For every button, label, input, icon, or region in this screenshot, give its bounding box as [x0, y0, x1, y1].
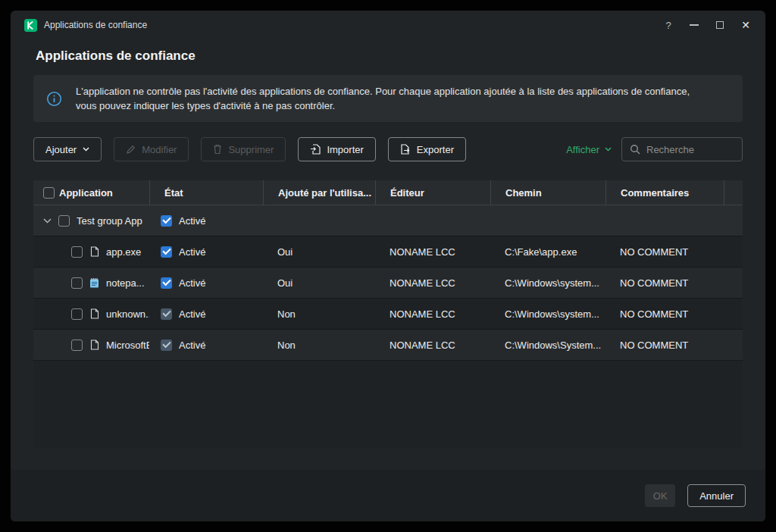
- state-checkbox[interactable]: [161, 246, 172, 258]
- comment-cell: NO COMMENT: [605, 340, 724, 351]
- added-by-user-cell: Oui: [263, 246, 375, 258]
- collapse-chevron-icon[interactable]: [43, 218, 52, 224]
- column-header-path[interactable]: Chemin: [490, 180, 605, 205]
- help-button[interactable]: ?: [656, 11, 681, 39]
- chevron-down-icon: [83, 147, 89, 152]
- trash-icon: [213, 144, 222, 155]
- select-all-checkbox[interactable]: [43, 187, 55, 199]
- group-row[interactable]: Test group App Activé: [33, 205, 743, 236]
- added-by-user-cell: Oui: [263, 277, 375, 289]
- add-button[interactable]: Ajouter: [33, 137, 102, 161]
- maximize-icon: [716, 21, 724, 29]
- import-button-label: Importer: [327, 144, 363, 155]
- path-cell: C:\Windows\system...: [490, 308, 605, 320]
- app-name: unknown....: [106, 308, 149, 320]
- window-controls: ? ✕: [656, 11, 759, 39]
- comment-cell: NO COMMENT: [605, 308, 724, 320]
- export-button[interactable]: Exporter: [388, 137, 466, 161]
- state-label: Activé: [179, 340, 205, 351]
- close-button[interactable]: ✕: [733, 11, 759, 39]
- row-select-checkbox[interactable]: [71, 308, 83, 320]
- publisher-cell: NONAME LCC: [375, 277, 490, 289]
- minimize-icon: [690, 24, 699, 26]
- ok-button[interactable]: OK: [645, 484, 675, 507]
- column-header-comments[interactable]: Commentaires: [605, 180, 724, 205]
- comment-cell: NO COMMENT: [605, 277, 724, 289]
- path-cell: C:\Windows\system...: [490, 277, 605, 289]
- table-header-row: Application État Ajouté par l'utilisa...…: [33, 180, 743, 205]
- state-checkbox[interactable]: [161, 308, 172, 320]
- publisher-cell: NONAME LCC: [375, 340, 490, 351]
- notepad-icon: [89, 277, 99, 288]
- group-select-checkbox[interactable]: [58, 215, 70, 227]
- table-row[interactable]: notepa... Activé Oui NONAME LCC C:\Windo…: [33, 268, 743, 299]
- info-banner: L'application ne contrôle pas l'activité…: [33, 75, 743, 122]
- state-label: Activé: [179, 246, 205, 258]
- column-header-spacer: [724, 180, 743, 205]
- delete-button[interactable]: Supprimer: [201, 137, 286, 161]
- info-icon: [46, 91, 62, 107]
- column-header-application[interactable]: Application: [55, 180, 149, 205]
- app-name: notepa...: [106, 277, 145, 289]
- show-filter-link[interactable]: Afficher: [566, 144, 612, 155]
- delete-button-label: Supprimer: [228, 144, 274, 155]
- table-row[interactable]: MicrosoftE... Activé Non NONAME LCC C:\W…: [33, 330, 743, 361]
- chevron-down-icon: [605, 147, 612, 152]
- edit-button[interactable]: Modifier: [114, 137, 189, 161]
- added-by-user-cell: Non: [263, 308, 375, 320]
- maximize-button[interactable]: [707, 11, 733, 39]
- publisher-cell: NONAME LCC: [375, 246, 490, 258]
- file-icon: [89, 246, 99, 257]
- pencil-icon: [126, 145, 136, 155]
- path-cell: C:\Windows\System...: [490, 340, 605, 351]
- column-header-state[interactable]: État: [149, 180, 263, 205]
- file-icon: [89, 340, 99, 350]
- row-select-checkbox[interactable]: [71, 340, 83, 351]
- show-filter-label: Afficher: [566, 144, 599, 155]
- column-header-publisher[interactable]: Éditeur: [375, 180, 490, 205]
- page-title: Applications de confiance: [36, 49, 765, 64]
- group-state-checkbox[interactable]: [161, 215, 172, 227]
- app-name: app.exe: [106, 246, 141, 258]
- export-button-label: Exporter: [417, 144, 454, 155]
- info-banner-text: L'application ne contrôle pas l'activité…: [76, 84, 706, 113]
- import-icon: [310, 144, 321, 155]
- path-cell: C:\Fake\app.exe: [490, 246, 605, 258]
- minimize-button[interactable]: [681, 11, 707, 39]
- search-input[interactable]: [646, 144, 734, 155]
- table-row[interactable]: app.exe Activé Oui NONAME LCC C:\Fake\ap…: [33, 236, 743, 268]
- export-icon: [400, 144, 411, 155]
- import-button[interactable]: Importer: [298, 137, 375, 161]
- add-button-label: Ajouter: [45, 144, 77, 155]
- dialog-footer: OK Annuler: [11, 470, 765, 521]
- state-checkbox[interactable]: [161, 277, 172, 289]
- row-select-checkbox[interactable]: [71, 277, 83, 289]
- row-select-checkbox[interactable]: [71, 246, 83, 258]
- group-state-label: Activé: [179, 215, 205, 227]
- group-name: Test group App: [77, 215, 142, 227]
- titlebar: Applications de confiance ? ✕: [11, 11, 765, 39]
- state-checkbox[interactable]: [161, 340, 172, 351]
- trusted-apps-table: Application État Ajouté par l'utilisa...…: [33, 180, 743, 449]
- kaspersky-logo-icon: [24, 19, 37, 32]
- column-header-added-by-user[interactable]: Ajouté par l'utilisa...: [263, 180, 375, 205]
- file-icon: [89, 308, 99, 319]
- state-label: Activé: [179, 308, 205, 320]
- added-by-user-cell: Non: [263, 340, 375, 351]
- comment-cell: NO COMMENT: [605, 246, 724, 258]
- cancel-button[interactable]: Annuler: [687, 484, 746, 507]
- search-box: [621, 137, 743, 161]
- table-row[interactable]: unknown.... Activé Non NONAME LCC C:\Win…: [33, 299, 743, 330]
- app-name: MicrosoftE...: [106, 340, 149, 351]
- publisher-cell: NONAME LCC: [375, 308, 490, 320]
- state-label: Activé: [179, 277, 205, 289]
- edit-button-label: Modifier: [142, 144, 177, 155]
- trusted-applications-window: Applications de confiance ? ✕ Applicatio…: [11, 11, 765, 521]
- toolbar: Ajouter Modifier Supprimer Importer Expo…: [33, 137, 743, 161]
- search-icon: [630, 144, 640, 155]
- window-title: Applications de confiance: [44, 20, 147, 30]
